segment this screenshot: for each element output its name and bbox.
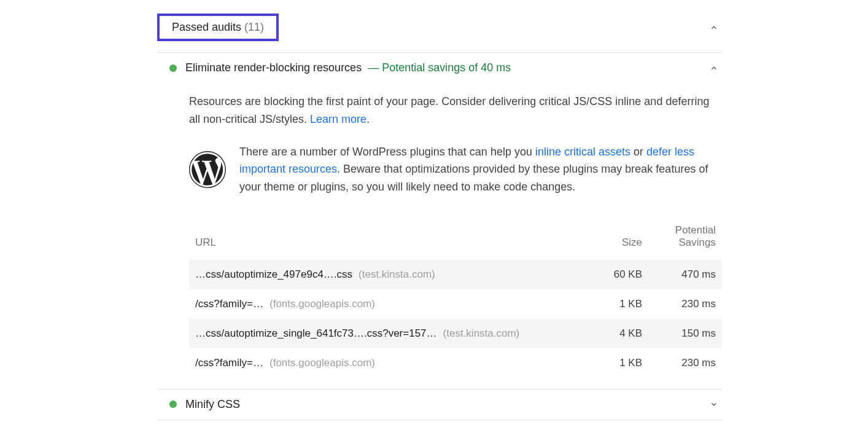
- cell-savings: 230 ms: [648, 289, 722, 319]
- url-host: (test.kinsta.com): [358, 268, 435, 280]
- platform-tip: There are a number of WordPress plugins …: [189, 143, 722, 196]
- wordpress-icon: [189, 151, 226, 188]
- table-row: /css?family=…(fonts.googleapis.com) 1 KB…: [189, 289, 722, 319]
- status-dot-pass-icon: [169, 401, 177, 408]
- audit-dash: —: [368, 61, 379, 74]
- audit-minify-css[interactable]: Minify CSS: [157, 389, 722, 420]
- passed-audits-highlight: Passed audits (11): [157, 14, 279, 41]
- chevron-up-icon[interactable]: [710, 23, 722, 32]
- cell-size: 1 KB: [599, 348, 648, 378]
- table-row: …css/autoptimize_497e9c4….css(test.kinst…: [189, 260, 722, 289]
- cell-size: 1 KB: [599, 289, 648, 319]
- url-host: (fonts.googleapis.com): [269, 357, 375, 369]
- section-count: (11): [244, 21, 264, 33]
- col-url: URL: [189, 218, 599, 260]
- cell-size: 4 KB: [599, 319, 648, 348]
- cell-url: …css/autoptimize_single_641fc73….css?ver…: [189, 319, 599, 348]
- platform-tip-text: There are a number of WordPress plugins …: [239, 143, 722, 196]
- description-post: .: [366, 113, 370, 125]
- cell-url: /css?family=…(fonts.googleapis.com): [189, 289, 599, 319]
- chevron-up-icon[interactable]: [710, 64, 722, 72]
- inline-critical-link[interactable]: inline critical assets: [535, 146, 630, 158]
- col-size: Size: [599, 218, 648, 260]
- audit-title: Minify CSS: [185, 398, 240, 411]
- col-savings: Potential Savings: [648, 218, 722, 260]
- table-header-row: URL Size Potential Savings: [189, 218, 722, 260]
- audit-title-text: Eliminate render-blocking resources: [185, 61, 362, 74]
- url-path: /css?family=…: [195, 298, 263, 310]
- cell-url: …css/autoptimize_497e9c4….css(test.kinst…: [189, 260, 599, 289]
- tip-mid1: or: [630, 146, 646, 158]
- passed-audits-header[interactable]: Passed audits (11): [157, 9, 722, 53]
- audit-description: Resources are blocking the first paint o…: [189, 93, 722, 128]
- url-host: (fonts.googleapis.com): [269, 298, 375, 310]
- cell-savings: 150 ms: [648, 319, 722, 348]
- url-host: (test.kinsta.com): [443, 327, 520, 339]
- url-path: /css?family=…: [195, 357, 263, 369]
- url-path: …css/autoptimize_497e9c4….css: [195, 268, 352, 280]
- audit-title: Eliminate render-blocking resources — Po…: [185, 61, 511, 74]
- cell-savings: 230 ms: [648, 348, 722, 378]
- audit-eliminate-render-blocking[interactable]: Eliminate render-blocking resources — Po…: [157, 53, 722, 83]
- cell-size: 60 KB: [599, 260, 648, 289]
- resource-table: URL Size Potential Savings …css/autoptim…: [189, 218, 722, 378]
- table-row: /css?family=…(fonts.googleapis.com) 1 KB…: [189, 348, 722, 378]
- table-row: …css/autoptimize_single_641fc73….css?ver…: [189, 319, 722, 348]
- cell-url: /css?family=…(fonts.googleapis.com): [189, 348, 599, 378]
- section-title-text: Passed audits: [172, 21, 241, 33]
- audit-savings: Potential savings of 40 ms: [382, 61, 511, 74]
- description-text: Resources are blocking the first paint o…: [189, 95, 709, 125]
- learn-more-link[interactable]: Learn more: [310, 113, 366, 125]
- section-title: Passed audits (11): [172, 21, 264, 33]
- tip-pre: There are a number of WordPress plugins …: [239, 146, 535, 158]
- chevron-down-icon[interactable]: [710, 400, 722, 409]
- url-path: …css/autoptimize_single_641fc73….css?ver…: [195, 327, 437, 339]
- status-dot-pass-icon: [169, 65, 177, 72]
- audit-body: Resources are blocking the first paint o…: [157, 83, 722, 378]
- cell-savings: 470 ms: [648, 260, 722, 289]
